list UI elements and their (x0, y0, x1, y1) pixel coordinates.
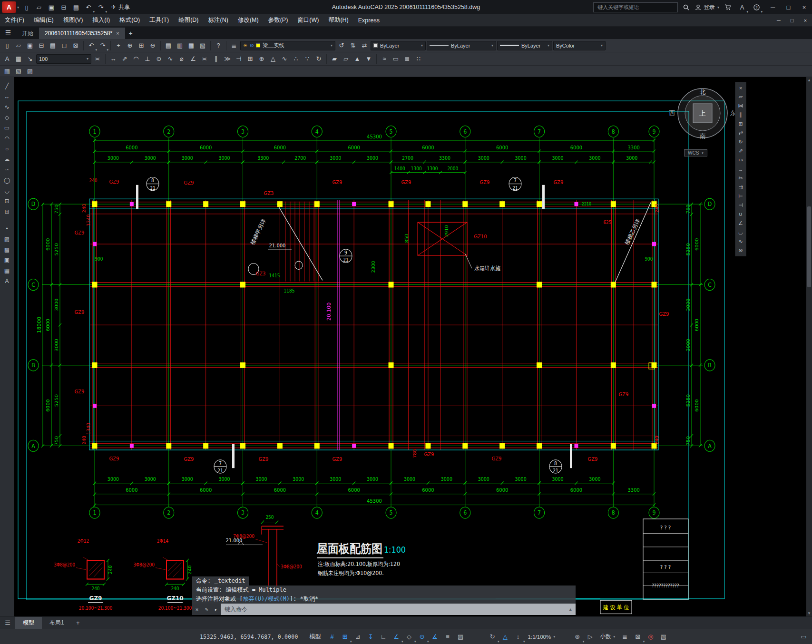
lock-ui-toggle[interactable]: ⊠▾ (631, 631, 644, 643)
save-as-button[interactable]: ⊟ (58, 1, 69, 13)
dynamic-input-toggle[interactable]: ↧ (364, 631, 377, 643)
menu-item-11[interactable]: 帮助(H) (323, 14, 353, 26)
plot-preview-button[interactable]: ◻ (59, 40, 69, 51)
copy-button[interactable]: ▱ (735, 92, 746, 101)
help-button[interactable]: ? (213, 40, 224, 51)
offset-button[interactable]: ∥ (735, 110, 746, 119)
arc-button[interactable]: ◠ (1, 133, 13, 144)
annotation-visibility-toggle[interactable]: △ (499, 631, 512, 643)
doc-close-button[interactable]: × (799, 14, 812, 26)
dim-baseline-button[interactable]: ∥ (211, 54, 221, 64)
move-button[interactable]: ⇄ (735, 128, 746, 137)
graphics-performance-toggle[interactable]: ▧ (657, 631, 670, 643)
rectangle-button[interactable]: ▭ (1, 123, 13, 133)
make-object-layer-current-button[interactable]: ⇄ (359, 40, 370, 51)
table-button[interactable]: ▦ (1, 265, 13, 276)
image-clip-button[interactable]: ▧ (13, 66, 24, 77)
command-input[interactable]: 键入命令 ▲ (221, 604, 576, 615)
menu-item-4[interactable]: 格式(O) (115, 14, 145, 26)
trim-button[interactable]: ✂ (735, 174, 746, 183)
command-customize-icon[interactable]: ✎ (202, 604, 211, 615)
cad-drawing[interactable]: 112233445566778899DDCCBBAA45300600060006… (14, 77, 806, 616)
autoscale-toggle[interactable]: ↕▾ (512, 631, 525, 643)
selection-cycling-toggle[interactable]: ↻▾ (486, 631, 499, 643)
ortho-toggle[interactable]: ∟ (377, 631, 390, 643)
dim-linear-button[interactable]: ↔ (108, 54, 118, 64)
open-button[interactable]: ▱ (33, 1, 45, 13)
dim-inspect-button[interactable]: △ (268, 54, 278, 64)
extend-button[interactable]: ⇉ (735, 183, 746, 192)
dim-break-button[interactable]: ⊣ (234, 54, 244, 64)
autocad-logo-icon[interactable]: A (2, 1, 16, 13)
snap-mode-toggle[interactable]: ⊞▾ (339, 631, 352, 643)
spline-button[interactable]: ∽ (1, 165, 13, 175)
blend-curves-button[interactable]: ∿ (735, 237, 746, 246)
dim-scale-combo[interactable]: 100▾ (36, 54, 91, 64)
sheet-set-manager-button[interactable]: ▧ (197, 40, 208, 51)
properties-button[interactable]: ▤ (163, 40, 174, 51)
lengthen-button[interactable]: → (735, 165, 746, 174)
menu-item-2[interactable]: 视图(V) (59, 14, 88, 26)
plotstyle-combo[interactable]: ByColor▾ (553, 41, 606, 50)
scroll-up-icon[interactable]: ▲ (806, 78, 812, 82)
table-style-button[interactable]: ▦ (13, 54, 24, 64)
annotation-monitor-toggle[interactable]: ▷ (584, 631, 597, 643)
polygon-button[interactable]: ◇ (1, 112, 13, 123)
close-button[interactable]: × (796, 0, 812, 14)
command-close-icon[interactable]: × (192, 604, 202, 615)
search-input[interactable] (593, 2, 678, 12)
apps-icon[interactable]: A▾ (736, 1, 748, 13)
erase-button[interactable]: × (735, 83, 746, 92)
qnew-button[interactable]: ▯ (2, 40, 12, 51)
dim-angular-button[interactable]: ∠ (188, 54, 198, 64)
dim-jogline-button[interactable]: ∿ (279, 54, 290, 64)
polar-tracking-toggle[interactable]: ∠▾ (390, 631, 403, 643)
wcs-dropdown[interactable]: WCS ▾ (684, 149, 707, 156)
menu-item-7[interactable]: 标注(N) (204, 14, 233, 26)
lineweight-combo[interactable]: ByLayer▾ (497, 41, 552, 50)
draworder-bring-to-front-button[interactable]: ▰ (329, 54, 340, 64)
dim-aligned-button[interactable]: ⇗ (119, 54, 130, 64)
undo-button[interactable]: ↶▾ (83, 1, 94, 13)
isodraft-toggle[interactable]: ◇▾ (403, 631, 416, 643)
linetype-combo[interactable]: ByLayer▾ (427, 41, 496, 50)
units-dropdown[interactable]: 小数▾ (597, 631, 618, 643)
publish-button[interactable]: ⊠ (70, 40, 81, 51)
fillet-button[interactable]: ◡ (735, 228, 746, 237)
dim-radius-button[interactable]: ⊙ (154, 54, 164, 64)
grid-toggle[interactable]: # (326, 631, 339, 643)
dim-edit-button[interactable]: ∴ (291, 54, 301, 64)
qnew-button[interactable]: ▯ (21, 1, 32, 13)
menu-item-8[interactable]: 修改(M) (233, 14, 264, 26)
list-button[interactable]: ≣ (402, 54, 412, 64)
doc-minimize-button[interactable]: ─ (772, 14, 785, 26)
search-icon[interactable] (681, 1, 692, 13)
object-snap-toggle[interactable]: ⊙▾ (416, 631, 429, 643)
infer-constraints-toggle[interactable]: ⊿ (352, 631, 364, 643)
layout-tab-0[interactable]: 模型 (15, 617, 42, 629)
make-block-button[interactable]: ⊞ (1, 206, 13, 217)
doc-restore-button[interactable]: □ (785, 14, 799, 26)
zoom-previous-button[interactable]: ⊖ (147, 40, 158, 51)
cart-icon[interactable] (722, 1, 734, 13)
measure-button[interactable]: ≈ (379, 54, 390, 64)
break-button[interactable]: ⊣ (735, 201, 746, 210)
menu-item-1[interactable]: 编辑(E) (29, 14, 59, 26)
tab-document[interactable]: 200610111160543535258* × (39, 28, 125, 39)
dim-arc-button[interactable]: ◠ (131, 54, 141, 64)
help-icon[interactable]: ? ▾ (751, 1, 762, 13)
signin-button[interactable]: 登录 ▾ (695, 3, 719, 11)
join-button[interactable]: ∪ (735, 210, 746, 219)
design-center-button[interactable]: ▥ (175, 40, 185, 51)
draworder-send-under-button[interactable]: ▼ (363, 54, 374, 64)
draworder-send-to-back-button[interactable]: ▱ (341, 54, 351, 64)
plot-button[interactable]: ▤ (48, 40, 58, 51)
annotation-scale-dropdown[interactable]: 1:1/100%▾ (525, 631, 559, 643)
multiline-text-button[interactable]: A (1, 276, 13, 286)
dim-update-button[interactable]: ↻ (313, 54, 324, 64)
rotate-button[interactable]: ↻ (735, 137, 746, 146)
new-layout-button[interactable]: + (72, 619, 84, 626)
isolate-objects-toggle[interactable]: ◎ (644, 631, 657, 643)
id-point-button[interactable]: ∷ (413, 54, 424, 64)
ellipse-arc-button[interactable]: ◡ (1, 185, 13, 196)
